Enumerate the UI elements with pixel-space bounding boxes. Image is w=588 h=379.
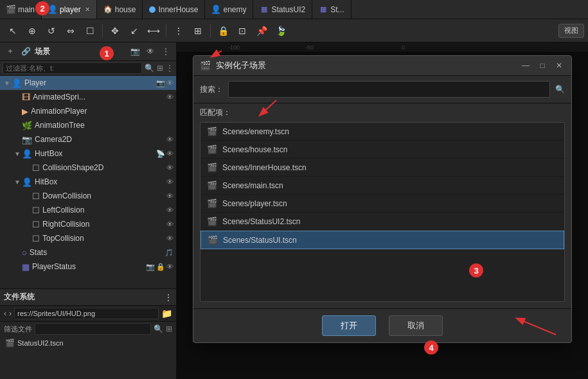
- scene-eye-btn[interactable]: 👁: [144, 45, 157, 58]
- node-hurtbox[interactable]: ▼ 👤 HurtBox 📡 👁: [0, 146, 176, 161]
- tool-node[interactable]: 🍃: [272, 22, 290, 40]
- node-eye-dc[interactable]: 👁: [166, 192, 174, 200]
- tool-zoom[interactable]: ↙: [125, 22, 143, 40]
- cancel-button[interactable]: 取消: [389, 315, 443, 336]
- tab-close-icon[interactable]: ✕: [85, 6, 90, 13]
- path-folder-btn[interactable]: 📁: [161, 308, 172, 319]
- modal-close-btn[interactable]: ✕: [553, 60, 565, 71]
- view-button[interactable]: 视图: [558, 24, 584, 38]
- tool-move[interactable]: ⊕: [23, 22, 41, 40]
- modal-item-player[interactable]: 🎬 Scenes/player.tscn: [200, 195, 564, 213]
- node-topcollision[interactable]: ☐ TopCollision 👁: [0, 231, 176, 245]
- item-icon-main: 🎬: [207, 181, 217, 190]
- modal-item-statusui[interactable]: 🎬 Scenes/StatusUI.tscn: [200, 231, 564, 249]
- scene-camera-btn[interactable]: 📷: [129, 45, 141, 58]
- node-camera2d[interactable]: 📷 Camera2D 👁: [0, 132, 176, 146]
- node-rightcollision[interactable]: ☐ RightCollision 👁: [0, 217, 176, 231]
- node-music-stats[interactable]: 🎵: [165, 249, 174, 257]
- node-playerstatus[interactable]: ▦ PlayerStatus 📷 🔒 👁: [0, 260, 176, 274]
- node-eye-tc[interactable]: 👁: [166, 234, 174, 242]
- expand-player[interactable]: ▼: [4, 80, 10, 87]
- node-eye-rc[interactable]: 👁: [166, 220, 174, 228]
- modal-item-house[interactable]: 🎬 Scenes/house.tscn: [200, 141, 564, 159]
- item-label-enemy: Scenes/enemy.tscn: [222, 127, 289, 136]
- modal-item-enemy[interactable]: 🎬 Scenes/enemy.tscn: [200, 123, 564, 141]
- node-animatedsprite[interactable]: 🎞 AnimatedSpri... 👁: [0, 90, 176, 104]
- file-filter-input[interactable]: [35, 323, 151, 335]
- node-eye-btn[interactable]: 👁: [166, 79, 174, 87]
- tool-rotate[interactable]: ↺: [42, 22, 60, 40]
- node-cam-ps[interactable]: 📷: [146, 263, 155, 271]
- tab-innerhouse[interactable]: InnerHouse: [143, 0, 205, 19]
- modal-item-statusui2[interactable]: 🎬 Scenes/StatusUI2.tscn: [200, 213, 564, 231]
- node-lock-ps[interactable]: 🔒: [156, 263, 165, 271]
- node-animationtree[interactable]: 🌿 AnimationTree: [0, 118, 176, 132]
- filter-sort-icon[interactable]: ⊞: [166, 324, 172, 333]
- toolbar: ↖ ⊕ ↺ ⇔ ☐ ✥ ↙ ⟷ ⋮ ⊞ 🔒 ⊡ 📌 🍃 视图: [0, 19, 588, 42]
- node-player-label: Player: [24, 78, 155, 87]
- file-path-input[interactable]: [14, 308, 159, 319]
- filter-options-icon[interactable]: ⊞: [157, 64, 163, 73]
- node-leftcollision[interactable]: ☐ LeftCollision 👁: [0, 203, 176, 217]
- node-eye-hb[interactable]: 👁: [166, 150, 174, 157]
- node-eye-hitbox[interactable]: 👁: [166, 178, 174, 186]
- path-forward-btn[interactable]: ›: [9, 309, 12, 318]
- node-eye-anim[interactable]: 👁: [166, 93, 174, 101]
- tool-pin[interactable]: 📌: [253, 22, 271, 40]
- scene-tree-label: 场景: [35, 46, 126, 57]
- file-more-btn[interactable]: ⋮: [165, 293, 172, 302]
- filter-more-icon[interactable]: ⋮: [166, 64, 174, 73]
- tool-pan[interactable]: ✥: [106, 22, 124, 40]
- node-stats[interactable]: ○ Stats 🎵: [0, 245, 176, 260]
- tool-select[interactable]: ↖: [4, 22, 22, 40]
- node-eye-lc[interactable]: 👁: [166, 206, 174, 214]
- left-panel: + 🔗 场景 📷 👁 ⋮ 🔍 ⊞ ⋮ ▼ 👤 Player 📷 👁: [0, 42, 177, 379]
- tool-more1[interactable]: ⋮: [170, 22, 188, 40]
- node-eye-cs[interactable]: 👁: [166, 164, 174, 172]
- node-camera-btn[interactable]: 📷: [156, 79, 165, 87]
- expand-hitbox[interactable]: ▼: [14, 179, 21, 186]
- tab-house[interactable]: 🏠 house: [97, 0, 143, 19]
- item-icon-enemy: 🎬: [207, 127, 217, 136]
- modal-search-input[interactable]: [228, 81, 550, 98]
- left-collision-icon: ☐: [32, 206, 40, 215]
- node-collisionshape[interactable]: ☐ CollisionShape2D 👁: [0, 161, 176, 175]
- tool-scale[interactable]: ⇔: [62, 22, 80, 40]
- path-back-btn[interactable]: ‹: [4, 309, 6, 318]
- tool-snap[interactable]: ⊡: [233, 22, 251, 40]
- add-node-btn[interactable]: +: [4, 45, 17, 58]
- link-btn[interactable]: 🔗: [19, 45, 32, 58]
- expand-hb[interactable]: ▼: [14, 150, 21, 157]
- filter-input[interactable]: [3, 62, 142, 74]
- view-label: 视图: [564, 26, 578, 35]
- node-player[interactable]: ▼ 👤 Player 📷 👁: [0, 76, 176, 90]
- node-hitbox[interactable]: ▼ 👤 HitBox 👁: [0, 175, 176, 189]
- node-eye-ps[interactable]: 👁: [166, 263, 174, 270]
- tab-enemy[interactable]: 👤 enemy: [205, 0, 253, 19]
- file-item[interactable]: 🎬 StatusUI2.tscn: [0, 337, 176, 349]
- tab-player[interactable]: 👤 player ✕: [42, 0, 97, 19]
- file-item-label: StatusUI2.tscn: [17, 339, 64, 347]
- item-icon-house: 🎬: [207, 145, 217, 154]
- modal-item-innerhouse[interactable]: 🎬 Scenes/InnerHouse.tscn: [200, 159, 564, 177]
- open-button[interactable]: 打开: [322, 315, 376, 336]
- item-icon-statusui2: 🎬: [207, 216, 217, 226]
- modal-item-main[interactable]: 🎬 Scenes/main.tscn: [200, 177, 564, 195]
- node-animationplayer[interactable]: ▶ AnimationPlayer: [0, 104, 176, 118]
- tool-flip[interactable]: ⟷: [145, 22, 163, 40]
- file-path-bar: ‹ › 📁: [0, 306, 176, 322]
- node-downcollision[interactable]: ☐ DownCollision 👁: [0, 189, 176, 203]
- tool-rect[interactable]: ☐: [81, 22, 99, 40]
- tab-main[interactable]: 🎬 main: [0, 0, 42, 19]
- scene-more-btn[interactable]: ⋮: [159, 45, 172, 58]
- tab-statusui2[interactable]: ▦ StatusUI2: [253, 0, 312, 19]
- top-collision-icon: ☐: [32, 234, 40, 243]
- modal-maximize-btn[interactable]: □: [537, 60, 548, 71]
- tool-grid[interactable]: ⊞: [189, 22, 207, 40]
- modal-minimize-btn[interactable]: —: [520, 60, 531, 71]
- tool-lock[interactable]: 🔒: [214, 22, 232, 40]
- node-signal-hb[interactable]: 📡: [156, 150, 165, 158]
- node-camera-label: Camera2D: [35, 135, 165, 144]
- tab-statusui[interactable]: ▦ St...: [312, 0, 351, 19]
- node-eye-cam[interactable]: 👁: [166, 136, 174, 143]
